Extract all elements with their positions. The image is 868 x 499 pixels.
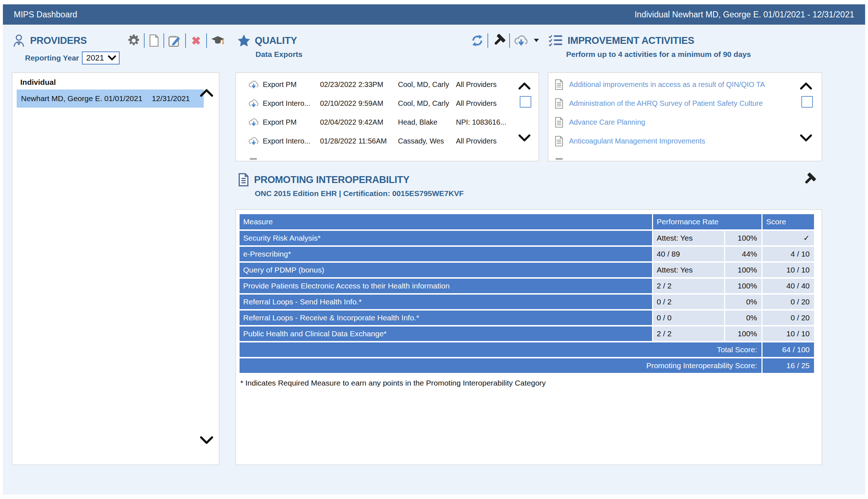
scroll-up-icon[interactable] <box>800 82 812 90</box>
edit-document-icon[interactable] <box>168 34 182 47</box>
measure-name: Referral Loops - Send Health Info.* <box>240 295 652 309</box>
pi-measures-table: Measure Performance Rate Score Security … <box>240 214 814 373</box>
cloud-download-icon[interactable] <box>248 99 259 108</box>
hammer-icon[interactable] <box>492 34 506 47</box>
export-scope: NPI: 1083616... <box>456 118 518 126</box>
export-label: Export Intero... <box>263 137 320 145</box>
scroll-up-icon[interactable] <box>200 89 213 97</box>
providers-title: PROVIDERS <box>30 35 87 46</box>
promoting-interoperability-panel: Measure Performance Rate Score Security … <box>236 209 822 465</box>
export-user: Cool, MD, Carly <box>398 99 456 108</box>
measure-score: 4 / 10 <box>763 247 814 261</box>
quality-header: QUALITY <box>237 31 539 59</box>
toolbar-divider <box>509 33 510 48</box>
quality-toolbar <box>471 33 539 48</box>
activity-link[interactable]: Advance Care Planning <box>569 118 645 126</box>
activity-link[interactable]: Anticoagulant Management Improvements <box>569 137 705 145</box>
reporting-year-label: Reporting Year <box>25 54 79 62</box>
total-score-label: Total Score: <box>240 342 761 357</box>
context-title: Individual Newhart MD, George E. 01/01/2… <box>635 10 854 20</box>
scroll-down-icon[interactable] <box>800 134 812 142</box>
measure-name: Public Health and Clinical Data Exchange… <box>240 327 652 341</box>
scroll-down-icon[interactable] <box>518 134 531 142</box>
scroll-down-icon[interactable] <box>200 436 213 444</box>
export-row[interactable]: Export Intero... 01/28/2022 11:56AM Cass… <box>236 132 539 150</box>
export-timestamp: 02/04/2022 9:42AM <box>320 118 398 126</box>
document-icon <box>554 117 564 128</box>
improvement-activities-panel: Additional improvements in access as a r… <box>548 72 822 161</box>
activity-row: Advance Care Planning <box>548 113 822 132</box>
total-score-value: 64 / 100 <box>763 342 814 357</box>
measure-name: Query of PDMP (bonus) <box>240 263 652 277</box>
export-timestamp: 02/10/2022 9:59AM <box>320 99 398 108</box>
graduation-cap-icon[interactable] <box>211 35 225 46</box>
gear-icon[interactable] <box>127 34 140 47</box>
scroll-thumb-checkbox[interactable] <box>801 96 813 108</box>
measure-name: Referral Loops - Receive & Incorporate H… <box>240 311 652 325</box>
toolbar-divider <box>185 33 186 48</box>
delete-x-icon[interactable] <box>190 34 203 47</box>
scroll-up-icon[interactable] <box>518 82 531 90</box>
export-row[interactable]: Export Intero... 02/10/2022 9:59AM Cool,… <box>236 94 539 113</box>
refresh-icon[interactable] <box>471 34 484 47</box>
measure-score: 10 / 10 <box>763 263 814 277</box>
scroll-thumb-checkbox[interactable] <box>520 96 531 108</box>
app-title: MIPS Dashboard <box>14 10 77 20</box>
column-header-score: Score <box>763 214 814 229</box>
measure-rate: 0 / 0 <box>653 311 724 325</box>
document-icon <box>237 173 250 187</box>
checklist-icon <box>548 34 563 47</box>
toolbar-divider <box>144 33 145 48</box>
toolbar-divider <box>206 33 207 48</box>
export-scope: All Providers <box>456 99 518 108</box>
doctor-icon <box>12 34 26 47</box>
required-measure-footnote: * Indicates Required Measure to earn any… <box>240 379 822 387</box>
export-user: Cassady, Wes <box>398 137 456 145</box>
partial-row-hint <box>250 158 257 160</box>
export-row[interactable]: Export PM 02/04/2022 9:42AM Head, Blake … <box>236 113 539 132</box>
new-document-icon[interactable] <box>148 34 160 47</box>
cloud-download-icon[interactable] <box>248 117 259 127</box>
reporting-year-select[interactable]: 2021 <box>82 51 120 65</box>
cloud-download-icon[interactable] <box>248 80 259 90</box>
titlebar: MIPS Dashboard Individual Newhart MD, Ge… <box>3 4 865 25</box>
activity-row: Administration of the AHRQ Survey of Pat… <box>548 94 822 113</box>
export-menu-caret-icon[interactable] <box>534 39 539 42</box>
measure-pct: 100% <box>725 327 761 341</box>
document-icon <box>554 79 564 90</box>
chevron-down-icon <box>108 55 116 61</box>
pi-score-value: 16 / 25 <box>763 358 814 373</box>
cloud-download-icon[interactable] <box>248 136 259 146</box>
activity-link[interactable]: Administration of the AHRQ Survey of Pat… <box>569 99 763 108</box>
export-row[interactable]: Export PM 02/23/2022 2:33PM Cool, MD, Ca… <box>236 75 539 94</box>
cloud-download-icon[interactable] <box>514 34 529 47</box>
measure-name: Provide Patients Electronic Access to th… <box>240 279 652 293</box>
star-icon <box>237 34 250 47</box>
export-label: Export PM <box>263 118 320 126</box>
activity-link[interactable]: Additional improvements in access as a r… <box>569 80 765 89</box>
providers-header: PROVIDERS <box>12 31 225 65</box>
measure-score: 10 / 10 <box>763 327 814 341</box>
measure-pct: 100% <box>725 263 761 277</box>
provider-group-label: Individual <box>20 78 219 87</box>
measure-pct: 0% <box>725 311 761 325</box>
measure-pct: 100% <box>725 231 761 245</box>
activity-row: Anticoagulant Management Improvements <box>548 132 822 150</box>
measure-rate: Attest: Yes <box>653 263 724 277</box>
toolbar-divider <box>163 33 164 48</box>
data-exports-subtitle: Data Exports <box>256 50 539 59</box>
provider-start-date: 01/01/2021 <box>104 94 142 103</box>
promoting-interoperability-subtitle: ONC 2015 Edition EHR | Certification: 00… <box>255 189 822 198</box>
measure-score: ✓ <box>763 231 814 245</box>
quality-title: QUALITY <box>255 35 297 46</box>
measure-pct: 44% <box>725 247 761 261</box>
measure-score: 0 / 20 <box>763 311 814 325</box>
measure-rate: 2 / 2 <box>653 327 724 341</box>
export-scope: All Providers <box>456 137 518 145</box>
measure-rate: 0 / 2 <box>653 295 724 309</box>
hammer-icon[interactable] <box>802 172 816 186</box>
measure-rate: 2 / 2 <box>653 279 724 293</box>
provider-row[interactable]: Newhart MD, George E. 01/01/2021 12/31/2… <box>17 90 204 108</box>
export-user: Cool, MD, Carly <box>398 80 456 89</box>
export-label: Export PM <box>263 80 320 89</box>
